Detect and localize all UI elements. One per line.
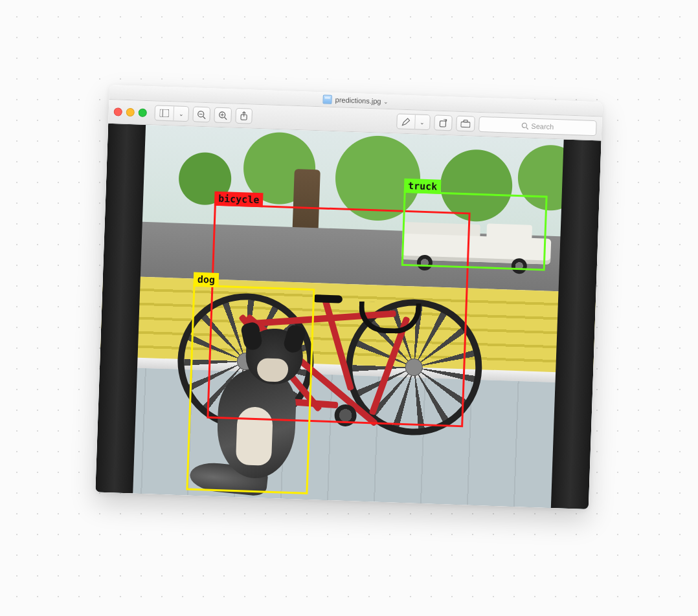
zoom-out-button[interactable] <box>192 106 210 122</box>
svg-rect-11 <box>440 120 445 126</box>
window-title: predictions.jpg <box>335 96 381 105</box>
close-window-button[interactable] <box>114 107 122 116</box>
share-button[interactable] <box>235 108 253 124</box>
svg-line-3 <box>203 116 205 118</box>
search-placeholder: Search <box>531 122 554 131</box>
svg-rect-13 <box>464 120 467 122</box>
detection-label-dog: dog <box>193 272 219 287</box>
toolbox-button[interactable] <box>456 116 475 132</box>
svg-rect-0 <box>160 109 169 117</box>
detection-label-truck: truck <box>404 179 442 194</box>
svg-line-15 <box>526 127 528 129</box>
toolbox-icon <box>460 120 470 128</box>
image-viewport[interactable]: bicycle dog truck <box>95 124 601 509</box>
pencil-icon <box>397 114 415 129</box>
sidebar-toggle-button[interactable]: ⌄ <box>154 105 189 122</box>
svg-line-6 <box>224 117 227 120</box>
detection-label-bicycle: bicycle <box>214 192 264 208</box>
traffic-lights <box>114 107 147 117</box>
image-file-icon <box>322 94 332 104</box>
detection-box-truck: truck <box>401 191 548 271</box>
search-icon <box>521 122 528 129</box>
title-dropdown-icon[interactable]: ⌄ <box>383 98 388 105</box>
svg-rect-12 <box>461 122 470 127</box>
sidebar-icon <box>155 105 174 120</box>
detection-box-dog: dog <box>186 285 315 494</box>
preview-window: predictions.jpg ⌄ ⌄ ⌄ <box>95 85 603 509</box>
chevron-down-icon: ⌄ <box>173 106 188 121</box>
svg-point-14 <box>522 123 526 127</box>
markup-button[interactable]: ⌄ <box>396 113 431 130</box>
zoom-in-icon <box>218 111 227 119</box>
share-icon <box>240 111 247 120</box>
search-field[interactable]: Search <box>478 116 597 136</box>
zoom-out-icon <box>197 110 205 118</box>
chevron-down-icon: ⌄ <box>414 115 430 129</box>
zoom-in-button[interactable] <box>214 107 232 124</box>
minimize-window-button[interactable] <box>126 107 135 116</box>
rotate-icon <box>438 118 447 127</box>
rotate-button[interactable] <box>434 115 453 131</box>
fullscreen-window-button[interactable] <box>139 108 147 116</box>
